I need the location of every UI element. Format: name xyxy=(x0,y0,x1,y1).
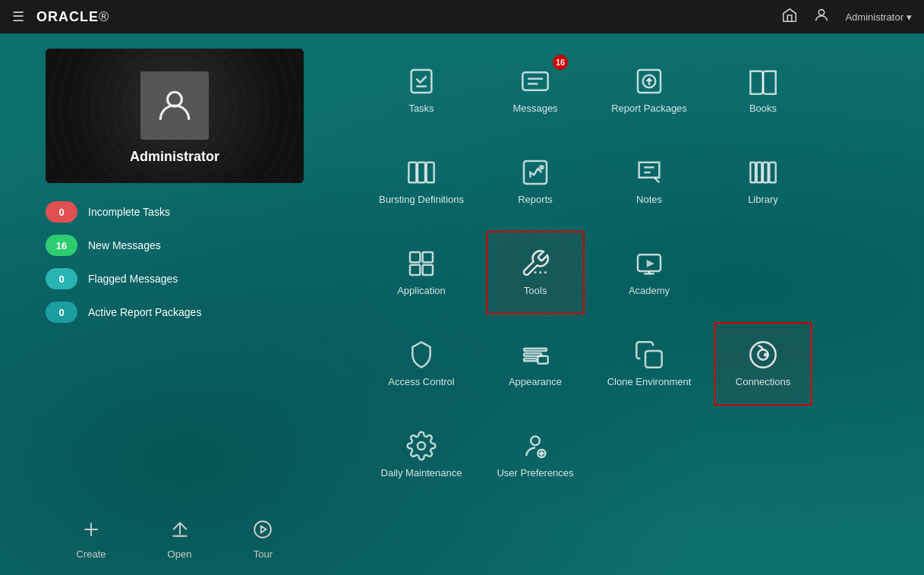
daily-maintenance-label: Daily Maintenance xyxy=(381,467,462,480)
navbar-left: ☰ ORACLE® xyxy=(12,8,109,25)
grid-item-access-control[interactable]: Access Control xyxy=(372,322,471,406)
books-label: Books xyxy=(749,103,777,115)
svg-rect-27 xyxy=(410,264,420,274)
navbar-right: Administrator ▾ xyxy=(781,7,912,27)
stat-row-flagged: 0 Flagged Messages xyxy=(46,268,304,289)
flagged-messages-badge: 0 xyxy=(46,268,77,289)
open-label: Open xyxy=(168,548,192,560)
svg-rect-38 xyxy=(524,359,537,361)
grid-item-messages[interactable]: 16 Messages xyxy=(486,49,585,132)
grid-item-tasks[interactable]: Tasks xyxy=(372,49,471,132)
home-icon[interactable] xyxy=(781,7,798,27)
svg-point-29 xyxy=(534,271,536,273)
stat-row-incomplete: 0 Incomplete Tasks xyxy=(46,201,304,223)
svg-point-43 xyxy=(764,352,768,356)
svg-rect-25 xyxy=(410,252,420,262)
tools-label: Tools xyxy=(524,285,547,298)
stats-section: 0 Incomplete Tasks 16 New Messages 0 Fla… xyxy=(46,201,304,335)
library-label: Library xyxy=(748,194,778,207)
new-messages-badge: 16 xyxy=(46,235,77,256)
svg-rect-21 xyxy=(750,162,755,182)
create-icon xyxy=(81,520,101,544)
svg-point-41 xyxy=(750,342,775,367)
create-button[interactable]: Create xyxy=(77,520,106,560)
svg-point-45 xyxy=(531,436,540,445)
tasks-label: Tasks xyxy=(408,103,434,115)
svg-rect-26 xyxy=(423,252,433,262)
grid-item-notes[interactable]: Notes xyxy=(600,140,699,223)
report-packages-label: Report Packages xyxy=(611,103,687,115)
profile-card: Administrator xyxy=(46,49,304,183)
svg-point-31 xyxy=(544,271,547,273)
svg-rect-16 xyxy=(427,162,434,182)
stat-row-report-packages: 0 Active Report Packages xyxy=(46,302,304,323)
svg-rect-40 xyxy=(645,351,662,368)
grid-item-library[interactable]: Library xyxy=(714,140,812,223)
svg-rect-23 xyxy=(763,162,768,182)
svg-rect-39 xyxy=(538,355,547,363)
incomplete-tasks-badge: 0 xyxy=(46,201,77,223)
open-button[interactable]: Open xyxy=(168,520,192,560)
grid-item-academy[interactable]: Academy xyxy=(600,231,699,314)
svg-point-30 xyxy=(539,271,541,273)
svg-rect-24 xyxy=(769,162,775,182)
grid-item-daily-maintenance[interactable]: Daily Maintenance xyxy=(372,413,471,497)
tour-label: Tour xyxy=(254,548,273,560)
reports-label: Reports xyxy=(518,194,553,207)
active-report-packages-label: Active Report Packages xyxy=(88,306,201,318)
svg-rect-28 xyxy=(423,264,433,274)
svg-rect-15 xyxy=(418,162,425,182)
active-report-packages-badge: 0 xyxy=(46,302,77,323)
grid-item-bursting[interactable]: Bursting Definitions xyxy=(372,140,471,223)
svg-rect-22 xyxy=(757,162,762,182)
notes-label: Notes xyxy=(636,194,662,207)
academy-label: Academy xyxy=(629,285,670,298)
new-messages-label: New Messages xyxy=(88,239,161,251)
main-content: Administrator 0 Incomplete Tasks 16 New … xyxy=(0,33,924,575)
grid-item-connections[interactable]: Connections xyxy=(714,322,812,406)
bursting-label: Bursting Definitions xyxy=(379,194,464,207)
grid-item-books[interactable]: Books xyxy=(714,49,812,132)
grid-item-report-packages[interactable]: Report Packages xyxy=(600,49,699,132)
stat-row-messages: 16 New Messages xyxy=(46,235,304,256)
tour-icon xyxy=(253,520,273,544)
grid-item-tools[interactable]: Tools xyxy=(486,231,585,314)
svg-point-1 xyxy=(168,92,182,106)
open-icon xyxy=(170,520,190,544)
messages-badge: 16 xyxy=(553,55,568,70)
grid-item-appearance[interactable]: Appearance xyxy=(486,322,585,406)
svg-marker-5 xyxy=(261,526,266,533)
svg-point-4 xyxy=(255,521,272,538)
tour-button[interactable]: Tour xyxy=(253,520,273,560)
messages-label: Messages xyxy=(512,103,557,115)
right-panel: Tasks 16 Messages R xyxy=(349,33,924,575)
svg-point-18 xyxy=(539,165,544,170)
grid-item-clone-environment[interactable]: Clone Environment xyxy=(600,322,699,406)
svg-rect-36 xyxy=(524,348,547,350)
application-label: Application xyxy=(397,285,446,298)
clone-environment-label: Clone Environment xyxy=(607,376,692,389)
connections-label: Connections xyxy=(736,376,790,389)
svg-rect-14 xyxy=(408,162,416,182)
grid-item-user-preferences[interactable]: User Preferences xyxy=(486,413,585,497)
appearance-label: Appearance xyxy=(509,376,562,389)
incomplete-tasks-label: Incomplete Tasks xyxy=(88,206,170,218)
create-label: Create xyxy=(77,548,106,560)
svg-point-44 xyxy=(418,442,425,450)
svg-marker-33 xyxy=(647,260,654,267)
grid-item-application[interactable]: Application xyxy=(372,231,471,314)
oracle-logo: ORACLE® xyxy=(36,9,109,25)
grid-container: Tasks 16 Messages R xyxy=(372,49,901,497)
user-nav-icon[interactable] xyxy=(813,7,830,27)
navbar: ☰ ORACLE® Administrator ▾ xyxy=(0,0,924,33)
admin-dropdown[interactable]: Administrator ▾ xyxy=(845,11,912,23)
user-preferences-label: User Preferences xyxy=(497,467,573,480)
bottom-actions: Create Open xyxy=(46,504,304,560)
access-control-label: Access Control xyxy=(388,376,454,389)
avatar xyxy=(140,71,209,140)
hamburger-menu[interactable]: ☰ xyxy=(12,8,24,25)
svg-point-0 xyxy=(819,9,825,14)
profile-name: Administrator xyxy=(130,149,219,165)
flagged-messages-label: Flagged Messages xyxy=(88,273,178,285)
grid-item-reports[interactable]: Reports xyxy=(486,140,585,223)
